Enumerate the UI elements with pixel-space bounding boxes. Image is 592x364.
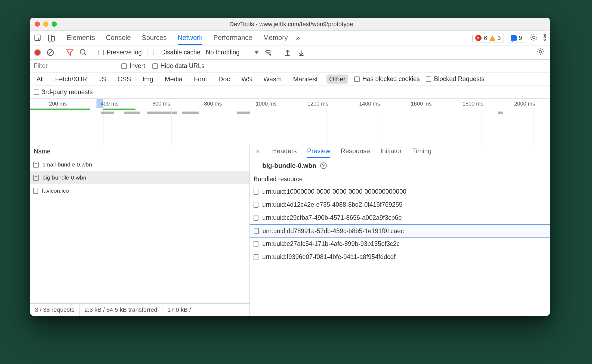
type-filter-js[interactable]: JS bbox=[96, 75, 109, 84]
device-toolbar-icon[interactable] bbox=[47, 34, 55, 42]
bundled-resource-row[interactable]: urn:uuid:f9396e07-f081-4bfe-94a1-a8f954f… bbox=[250, 251, 550, 264]
import-har-icon[interactable] bbox=[283, 48, 292, 57]
window-close-button[interactable] bbox=[35, 21, 40, 27]
type-filter-font[interactable]: Font bbox=[191, 75, 210, 84]
error-count: 6 bbox=[484, 35, 487, 42]
preserve-log-label: Preserve log bbox=[107, 49, 142, 56]
detail-tab-response[interactable]: Response bbox=[341, 145, 370, 158]
chevron-down-icon bbox=[254, 51, 259, 54]
preserve-log-checkbox[interactable]: Preserve log bbox=[98, 49, 142, 56]
settings-icon[interactable] bbox=[528, 33, 539, 43]
filter-input[interactable] bbox=[30, 60, 114, 72]
bundled-resource-url: urn:uuid:e27afc54-171b-4afc-899b-93b135e… bbox=[262, 240, 400, 248]
hide-data-urls-checkbox[interactable]: Hide data URLs bbox=[152, 62, 205, 70]
type-filter-img[interactable]: Img bbox=[140, 75, 156, 84]
bundled-resource-header: Bundled resource bbox=[250, 173, 550, 185]
type-filter-wasm[interactable]: Wasm bbox=[261, 75, 284, 84]
devtools-window: DevTools - www.jefftk.com/test/wbn9/prot… bbox=[30, 18, 550, 316]
column-header-name[interactable]: Name bbox=[30, 145, 249, 158]
tab-sources[interactable]: Sources bbox=[142, 31, 167, 45]
record-button[interactable] bbox=[34, 49, 41, 56]
tabs-overflow-icon[interactable]: » bbox=[296, 34, 300, 42]
close-detail-button[interactable]: × bbox=[254, 148, 262, 155]
search-icon[interactable] bbox=[79, 48, 87, 57]
timeline-tick-label: 200 ms bbox=[49, 101, 67, 107]
export-har-icon[interactable] bbox=[297, 48, 305, 57]
bundled-resource-row[interactable]: urn:uuid:4d12c42e-e735-4088-8bd2-0f415f7… bbox=[250, 198, 550, 211]
window-minimize-button[interactable] bbox=[43, 21, 48, 27]
request-row[interactable]: small-bundle-0.wbn bbox=[30, 158, 249, 171]
third-party-checkbox[interactable]: 3rd-party requests bbox=[34, 88, 93, 96]
type-filter-media[interactable]: Media bbox=[162, 75, 185, 84]
tab-console[interactable]: Console bbox=[106, 31, 131, 45]
type-filter-other[interactable]: Other bbox=[326, 75, 348, 84]
inspect-element-icon[interactable] bbox=[34, 34, 42, 42]
tab-performance[interactable]: Performance bbox=[213, 31, 252, 45]
window-zoom-button[interactable] bbox=[52, 21, 57, 27]
invert-checkbox[interactable]: Invert bbox=[121, 62, 145, 70]
has-blocked-cookies-checkbox[interactable]: Has blocked cookies bbox=[354, 75, 420, 83]
bundled-resource-row[interactable]: urn:uuid:e27afc54-171b-4afc-899b-93b135e… bbox=[250, 237, 550, 251]
blocked-requests-checkbox[interactable]: Blocked Requests bbox=[426, 75, 484, 83]
bundled-resource-row[interactable]: urn:uuid:dd78991a-57db-459c-b8b5-1e191f9… bbox=[250, 224, 550, 237]
network-settings-icon[interactable] bbox=[535, 48, 546, 57]
network-conditions-icon[interactable] bbox=[264, 48, 272, 57]
request-row[interactable]: favicon.ico bbox=[30, 184, 249, 197]
bundle-icon bbox=[33, 175, 39, 181]
more-options-icon[interactable] bbox=[539, 33, 550, 43]
network-timeline[interactable]: 200 ms400 ms600 ms800 ms1000 ms1200 ms14… bbox=[30, 99, 550, 145]
console-badges[interactable]: ✕ 6 3 9 bbox=[472, 34, 525, 42]
document-icon bbox=[33, 188, 38, 194]
filter-icon[interactable] bbox=[66, 48, 74, 57]
status-request-count: 3 / 38 requests bbox=[30, 304, 80, 316]
tab-elements[interactable]: Elements bbox=[67, 31, 95, 45]
detail-tab-headers[interactable]: Headers bbox=[272, 145, 297, 158]
preview-file-name: big-bundle-0.wbn bbox=[262, 162, 316, 169]
detail-tab-preview[interactable]: Preview bbox=[307, 145, 330, 158]
type-filter-all[interactable]: All bbox=[34, 75, 47, 84]
throttling-select[interactable]: No throttling bbox=[206, 49, 259, 56]
window-title: DevTools - www.jefftk.com/test/wbn9/prot… bbox=[57, 21, 526, 28]
warning-count: 3 bbox=[498, 35, 501, 42]
type-filter-css[interactable]: CSS bbox=[115, 75, 134, 84]
tab-network[interactable]: Network bbox=[178, 31, 203, 45]
content-split: Name small-bundle-0.wbnbig-bundle-0.wbnf… bbox=[30, 145, 550, 316]
disable-cache-label: Disable cache bbox=[161, 49, 200, 56]
request-name: favicon.ico bbox=[42, 187, 69, 194]
document-icon bbox=[254, 228, 259, 234]
devtools-main-tabs: ElementsConsoleSourcesNetworkPerformance… bbox=[30, 31, 550, 45]
detail-tab-initiator[interactable]: Initiator bbox=[380, 145, 402, 158]
messages-count: 9 bbox=[519, 35, 522, 42]
request-row[interactable]: big-bundle-0.wbn bbox=[30, 171, 249, 184]
document-icon bbox=[254, 215, 258, 221]
traffic-lights bbox=[35, 21, 57, 27]
timeline-tick-label: 1200 ms bbox=[307, 101, 328, 107]
svg-point-5 bbox=[544, 36, 545, 38]
bundled-resource-row[interactable]: urn:uuid:10000000-0000-0000-0000-0000000… bbox=[250, 185, 550, 198]
filter-row: Invert Hide data URLs bbox=[30, 60, 550, 73]
bundled-resource-row[interactable]: urn:uuid:c29cfba7-490b-4571-8656-a002a9f… bbox=[250, 211, 550, 224]
svg-point-11 bbox=[269, 53, 271, 55]
network-status-bar: 3 / 38 requests 2.3 kB / 54.5 kB transfe… bbox=[30, 303, 249, 316]
error-icon: ✕ bbox=[475, 35, 482, 41]
tab-memory[interactable]: Memory bbox=[263, 31, 288, 45]
svg-rect-0 bbox=[35, 35, 40, 40]
type-filter-ws[interactable]: WS bbox=[239, 75, 255, 84]
svg-point-16 bbox=[539, 51, 542, 53]
disable-cache-checkbox[interactable]: Disable cache bbox=[153, 49, 200, 56]
svg-line-10 bbox=[84, 53, 86, 55]
clear-icon[interactable] bbox=[46, 48, 54, 57]
type-filter-manifest[interactable]: Manifest bbox=[290, 75, 320, 84]
type-filter-fetchxhr[interactable]: Fetch/XHR bbox=[53, 75, 90, 84]
svg-rect-2 bbox=[51, 36, 54, 41]
type-filter-doc[interactable]: Doc bbox=[216, 75, 233, 84]
throttling-label: No throttling bbox=[206, 49, 240, 56]
detail-tabs: × HeadersPreviewResponseInitiatorTiming bbox=[250, 145, 550, 158]
resource-type-filters: AllFetch/XHRJSCSSImgMediaFontDocWSWasmMa… bbox=[30, 73, 550, 86]
timeline-tick-label: 2000 ms bbox=[514, 101, 535, 107]
detail-tab-timing[interactable]: Timing bbox=[412, 145, 431, 158]
status-transferred: 2.3 kB / 54.5 kB transferred bbox=[80, 304, 163, 316]
third-party-label: 3rd-party requests bbox=[42, 88, 93, 96]
help-icon[interactable]: ? bbox=[320, 162, 327, 169]
timeline-tick-label: 1800 ms bbox=[462, 101, 483, 107]
